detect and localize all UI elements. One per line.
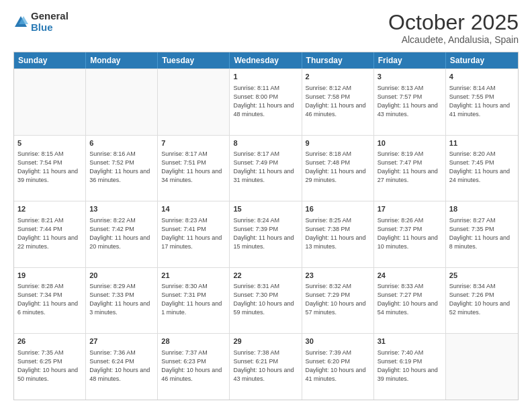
cell-day-number: 26	[17, 336, 82, 347]
cell-day-number: 22	[233, 271, 298, 281]
cell-info: Sunrise: 8:13 AM Sunset: 7:57 PM Dayligh…	[378, 84, 442, 119]
weekday-header-thursday: Thursday	[302, 52, 374, 68]
cell-info: Sunrise: 7:40 AM Sunset: 6:19 PM Dayligh…	[378, 349, 442, 383]
calendar-cell-16: 16Sunrise: 8:25 AM Sunset: 7:38 PM Dayli…	[302, 201, 374, 267]
cell-info: Sunrise: 8:23 AM Sunset: 7:41 PM Dayligh…	[161, 216, 226, 251]
location: Alcaudete, Andalusia, Spain	[388, 34, 519, 45]
calendar-row-4: 19Sunrise: 8:28 AM Sunset: 7:34 PM Dayli…	[14, 267, 518, 334]
cell-day-number: 19	[17, 271, 82, 281]
calendar-cell-6: 6Sunrise: 8:16 AM Sunset: 7:52 PM Daylig…	[86, 136, 158, 201]
calendar-cell-10: 10Sunrise: 8:19 AM Sunset: 7:47 PM Dayli…	[374, 136, 446, 201]
cell-day-number: 5	[17, 138, 82, 148]
cell-day-number: 31	[378, 336, 442, 347]
cell-day-number: 13	[89, 204, 154, 214]
calendar-cell-8: 8Sunrise: 8:17 AM Sunset: 7:49 PM Daylig…	[230, 136, 302, 201]
cell-day-number: 27	[89, 336, 154, 347]
cell-info: Sunrise: 8:17 AM Sunset: 7:49 PM Dayligh…	[233, 150, 298, 185]
cell-info: Sunrise: 8:19 AM Sunset: 7:47 PM Dayligh…	[378, 150, 442, 185]
calendar-cell-11: 11Sunrise: 8:20 AM Sunset: 7:45 PM Dayli…	[446, 136, 518, 201]
cell-info: Sunrise: 8:22 AM Sunset: 7:42 PM Dayligh…	[89, 216, 154, 251]
cell-day-number: 17	[378, 204, 442, 214]
cell-day-number: 20	[89, 271, 154, 281]
cell-day-number: 24	[378, 271, 442, 281]
calendar-cell-empty-0	[14, 69, 86, 135]
calendar-cell-3: 3Sunrise: 8:13 AM Sunset: 7:57 PM Daylig…	[374, 69, 446, 135]
cell-day-number: 15	[233, 204, 298, 214]
calendar-cell-1: 1Sunrise: 8:11 AM Sunset: 8:00 PM Daylig…	[230, 69, 302, 135]
cell-day-number: 14	[161, 204, 226, 214]
calendar-cell-25: 25Sunrise: 8:34 AM Sunset: 7:26 PM Dayli…	[446, 268, 518, 334]
cell-info: Sunrise: 8:17 AM Sunset: 7:51 PM Dayligh…	[161, 150, 226, 185]
cell-info: Sunrise: 8:12 AM Sunset: 7:58 PM Dayligh…	[306, 84, 370, 119]
cell-day-number: 25	[449, 271, 515, 281]
calendar-row-5: 26Sunrise: 7:35 AM Sunset: 6:25 PM Dayli…	[14, 333, 518, 400]
weekday-header-sunday: Sunday	[14, 52, 86, 68]
cell-day-number: 4	[449, 72, 515, 82]
calendar-cell-30: 30Sunrise: 7:39 AM Sunset: 6:20 PM Dayli…	[302, 334, 374, 400]
cell-day-number: 21	[161, 271, 226, 281]
calendar-cell-13: 13Sunrise: 8:22 AM Sunset: 7:42 PM Dayli…	[86, 201, 158, 267]
calendar-cell-23: 23Sunrise: 8:32 AM Sunset: 7:29 PM Dayli…	[302, 268, 374, 334]
logo-general-text: General	[31, 11, 69, 22]
cell-day-number: 7	[161, 138, 226, 148]
cell-day-number: 2	[306, 72, 370, 82]
cell-info: Sunrise: 8:25 AM Sunset: 7:38 PM Dayligh…	[306, 216, 370, 251]
cell-info: Sunrise: 7:36 AM Sunset: 6:24 PM Dayligh…	[89, 349, 154, 383]
calendar-cell-empty-2	[158, 69, 230, 135]
calendar-cell-19: 19Sunrise: 8:28 AM Sunset: 7:34 PM Dayli…	[14, 268, 86, 334]
calendar-cell-15: 15Sunrise: 8:24 AM Sunset: 7:39 PM Dayli…	[230, 201, 302, 267]
logo: General Blue	[13, 11, 69, 33]
cell-day-number: 9	[306, 138, 370, 148]
cell-day-number: 1	[233, 72, 298, 82]
calendar-cell-empty-1	[86, 69, 158, 135]
cell-info: Sunrise: 8:30 AM Sunset: 7:31 PM Dayligh…	[161, 282, 226, 317]
calendar-cell-31: 31Sunrise: 7:40 AM Sunset: 6:19 PM Dayli…	[374, 334, 446, 400]
cell-info: Sunrise: 8:32 AM Sunset: 7:29 PM Dayligh…	[306, 282, 370, 317]
logo-blue-text: Blue	[31, 22, 69, 34]
calendar-cell-4: 4Sunrise: 8:14 AM Sunset: 7:55 PM Daylig…	[446, 69, 518, 135]
page-header: General Blue October 2025 Alcaudete, And…	[13, 11, 519, 45]
cell-info: Sunrise: 8:18 AM Sunset: 7:48 PM Dayligh…	[306, 150, 370, 185]
cell-info: Sunrise: 8:16 AM Sunset: 7:52 PM Dayligh…	[89, 150, 154, 185]
weekday-header-saturday: Saturday	[446, 52, 518, 68]
cell-day-number: 12	[17, 204, 82, 214]
cell-info: Sunrise: 8:21 AM Sunset: 7:44 PM Dayligh…	[17, 216, 82, 251]
cell-info: Sunrise: 8:27 AM Sunset: 7:35 PM Dayligh…	[449, 216, 515, 251]
calendar: SundayMondayTuesdayWednesdayThursdayFrid…	[13, 52, 519, 400]
cell-day-number: 23	[306, 271, 370, 281]
calendar-cell-5: 5Sunrise: 8:15 AM Sunset: 7:54 PM Daylig…	[14, 136, 86, 201]
cell-day-number: 11	[449, 138, 515, 148]
calendar-header: SundayMondayTuesdayWednesdayThursdayFrid…	[14, 52, 518, 68]
cell-day-number: 3	[378, 72, 442, 82]
weekday-header-wednesday: Wednesday	[230, 52, 302, 68]
cell-day-number: 30	[306, 336, 370, 347]
calendar-cell-22: 22Sunrise: 8:31 AM Sunset: 7:30 PM Dayli…	[230, 268, 302, 334]
cell-info: Sunrise: 8:15 AM Sunset: 7:54 PM Dayligh…	[17, 150, 82, 185]
calendar-cell-20: 20Sunrise: 8:29 AM Sunset: 7:33 PM Dayli…	[86, 268, 158, 334]
calendar-row-1: 1Sunrise: 8:11 AM Sunset: 8:00 PM Daylig…	[14, 68, 518, 135]
calendar-cell-24: 24Sunrise: 8:33 AM Sunset: 7:27 PM Dayli…	[374, 268, 446, 334]
cell-day-number: 16	[306, 204, 370, 214]
cell-day-number: 28	[161, 336, 226, 347]
month-title: October 2025	[388, 11, 519, 34]
cell-day-number: 29	[233, 336, 298, 347]
weekday-header-friday: Friday	[374, 52, 446, 68]
calendar-cell-7: 7Sunrise: 8:17 AM Sunset: 7:51 PM Daylig…	[158, 136, 230, 201]
calendar-cell-27: 27Sunrise: 7:36 AM Sunset: 6:24 PM Dayli…	[86, 334, 158, 400]
weekday-header-monday: Monday	[86, 52, 158, 68]
calendar-row-3: 12Sunrise: 8:21 AM Sunset: 7:44 PM Dayli…	[14, 201, 518, 267]
cell-day-number: 10	[378, 138, 442, 148]
cell-info: Sunrise: 7:38 AM Sunset: 6:21 PM Dayligh…	[233, 349, 298, 383]
cell-info: Sunrise: 8:11 AM Sunset: 8:00 PM Dayligh…	[233, 84, 298, 119]
calendar-cell-21: 21Sunrise: 8:30 AM Sunset: 7:31 PM Dayli…	[158, 268, 230, 334]
cell-info: Sunrise: 7:35 AM Sunset: 6:25 PM Dayligh…	[17, 349, 82, 383]
weekday-header-tuesday: Tuesday	[158, 52, 230, 68]
calendar-row-2: 5Sunrise: 8:15 AM Sunset: 7:54 PM Daylig…	[14, 135, 518, 201]
cell-info: Sunrise: 8:28 AM Sunset: 7:34 PM Dayligh…	[17, 282, 82, 317]
calendar-cell-17: 17Sunrise: 8:26 AM Sunset: 7:37 PM Dayli…	[374, 201, 446, 267]
cell-info: Sunrise: 7:39 AM Sunset: 6:20 PM Dayligh…	[306, 349, 370, 383]
cell-day-number: 18	[449, 204, 515, 214]
cell-info: Sunrise: 8:31 AM Sunset: 7:30 PM Dayligh…	[233, 282, 298, 317]
cell-info: Sunrise: 8:34 AM Sunset: 7:26 PM Dayligh…	[449, 282, 515, 317]
calendar-cell-9: 9Sunrise: 8:18 AM Sunset: 7:48 PM Daylig…	[302, 136, 374, 201]
